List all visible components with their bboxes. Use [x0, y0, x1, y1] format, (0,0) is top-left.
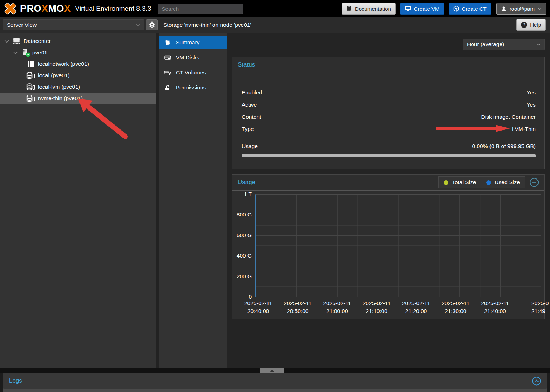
book-icon — [164, 40, 171, 45]
tree-item-pve01[interactable]: pve01 — [0, 47, 156, 58]
legend-item-total-size[interactable]: Total Size — [438, 176, 481, 188]
question-icon: ? — [521, 22, 527, 28]
nav-item-ct-volumes[interactable]: CT Volumes — [159, 67, 227, 79]
nav-item-label: Permissions — [176, 84, 206, 91]
documentation-label: Documentation — [355, 6, 391, 12]
proxmox-app: PROXMOX Virtual Environment 8.3.3 Docume… — [0, 0, 550, 392]
tree-item-label: local-lvm (pve01) — [38, 84, 80, 90]
content-area: Hour (average) Status EnabledYes ActiveY… — [227, 33, 550, 368]
y-tick: 200 G — [237, 273, 252, 280]
product-version: Virtual Environment 8.3.3 — [75, 5, 151, 13]
help-button[interactable]: ? Help — [516, 19, 546, 31]
cube-icon — [453, 6, 459, 12]
user-menu-button[interactable]: root@pam — [496, 3, 546, 15]
storage-icon — [26, 95, 35, 102]
usage-panel-title: Usage — [238, 179, 255, 186]
view-selector-label: Server View — [7, 22, 37, 28]
tree-item-label: localnetwork (pve01) — [38, 61, 89, 67]
logs-bar[interactable]: Logs — [3, 373, 547, 389]
x-tick: 2025-02-1121:20:00 — [402, 299, 430, 315]
help-label: Help — [530, 22, 541, 28]
nav-item-permissions[interactable]: Permissions — [159, 82, 227, 94]
x-tick: 2025-021:49 — [531, 299, 549, 315]
caret-down-icon — [13, 51, 18, 54]
usage-panel: Usage Total Size Used Size — [232, 174, 545, 319]
book-icon — [346, 6, 352, 11]
tree-item-label: nvme-thin (pve01) — [38, 95, 83, 102]
brand-wordmark: PROXMOX — [20, 3, 71, 14]
y-tick: 1 T — [244, 191, 252, 197]
search-input[interactable] — [158, 4, 243, 14]
x-tick: 2025-02-1121:40:00 — [481, 299, 509, 315]
nav-item-summary[interactable]: Summary — [159, 36, 227, 49]
storage-icon — [26, 83, 35, 90]
x-tick: 2025-02-1121:10:00 — [363, 299, 391, 315]
legend-label: Used Size — [494, 179, 520, 186]
tree-item-nvme-thin[interactable]: nvme-thin (pve01) — [0, 93, 156, 104]
chevron-up-circle-icon[interactable] — [532, 377, 541, 386]
x-tick: 2025-02-1121:30:00 — [442, 299, 469, 315]
x-axis: 2025-02-1120:40:00 2025-02-1120:50:00 20… — [255, 297, 541, 316]
tree-item-label: pve01 — [32, 49, 47, 56]
page-bottom-strip — [3, 389, 547, 392]
x-tick: 2025-02-1120:40:00 — [244, 299, 272, 315]
chart-legend: Total Size Used Size — [438, 176, 539, 188]
section-nav: Summary VM Disks CT Volumes Permissions — [159, 33, 227, 368]
view-selector[interactable]: Server View — [3, 19, 144, 30]
nav-item-label: VM Disks — [176, 54, 199, 61]
nav-item-label: CT Volumes — [176, 69, 206, 76]
horizontal-splitter[interactable] — [0, 368, 550, 373]
undo-zoom-icon[interactable] — [530, 178, 539, 187]
usage-chart: 1 T 800 G 600 G 400 G 200 G 0 2025-02-11… — [232, 191, 544, 319]
proxmox-logo-icon — [4, 3, 17, 15]
create-ct-button[interactable]: Create CT — [449, 3, 491, 15]
node-icon — [21, 49, 29, 56]
vertical-splitter[interactable] — [156, 33, 159, 368]
splitter-collapse-handle[interactable] — [260, 368, 284, 373]
nav-item-label: Summary — [176, 39, 199, 46]
status-row-content: ContentDisk image, Container — [242, 111, 536, 123]
usage-progress-bar — [242, 154, 536, 157]
documentation-button[interactable]: Documentation — [342, 3, 396, 15]
tree-item-label: local (pve01) — [38, 72, 70, 79]
create-ct-label: Create CT — [462, 6, 487, 12]
toolbar: Server View Storage 'nvme-thin' on node … — [0, 17, 550, 33]
total-size-dot — [444, 180, 448, 185]
resource-tree: Datacenter pve01 localnetwork (pve01) — [0, 33, 156, 368]
chevron-down-icon — [136, 24, 140, 26]
timeframe-label: Hour (average) — [467, 41, 504, 48]
top-header: PROXMOX Virtual Environment 8.3.3 Docume… — [0, 0, 550, 17]
legend-item-used-size[interactable]: Used Size — [481, 176, 525, 188]
used-size-dot — [486, 180, 491, 185]
x-tick: 2025-02-1121:00:00 — [323, 299, 351, 315]
gear-icon — [149, 21, 155, 28]
network-grid-icon — [26, 60, 35, 68]
tree-item-local[interactable]: local (pve01) — [0, 70, 156, 81]
status-panel: Status EnabledYes ActiveYes ContentDisk … — [232, 57, 545, 169]
tree-item-localnetwork[interactable]: localnetwork (pve01) — [0, 58, 156, 70]
timeframe-select[interactable]: Hour (average) — [463, 39, 545, 50]
y-axis: 1 T 800 G 600 G 400 G 200 G 0 — [233, 194, 255, 297]
user-icon — [501, 6, 506, 11]
y-tick: 800 G — [237, 211, 252, 218]
y-tick: 400 G — [237, 253, 252, 259]
user-label: root@pam — [510, 6, 535, 12]
create-vm-button[interactable]: Create VM — [400, 3, 444, 15]
drive-cube-icon — [164, 70, 171, 75]
y-tick: 600 G — [237, 232, 252, 239]
settings-button[interactable] — [146, 19, 158, 30]
unlock-icon — [164, 85, 171, 91]
tree-item-label: Datacenter — [24, 38, 51, 44]
tree-item-datacenter[interactable]: Datacenter — [0, 35, 156, 47]
chevron-down-icon — [538, 8, 542, 10]
chevron-down-icon — [537, 43, 541, 46]
create-vm-label: Create VM — [414, 6, 440, 12]
plot-area — [255, 194, 541, 297]
tree-item-local-lvm[interactable]: local-lvm (pve01) — [0, 81, 156, 93]
hdd-icon — [164, 55, 171, 60]
caret-down-icon — [4, 40, 9, 43]
monitor-icon — [405, 6, 411, 11]
nav-item-vm-disks[interactable]: VM Disks — [159, 52, 227, 64]
page-title: Storage 'nvme-thin' on node 'pve01' — [163, 22, 251, 28]
legend-label: Total Size — [452, 179, 476, 186]
